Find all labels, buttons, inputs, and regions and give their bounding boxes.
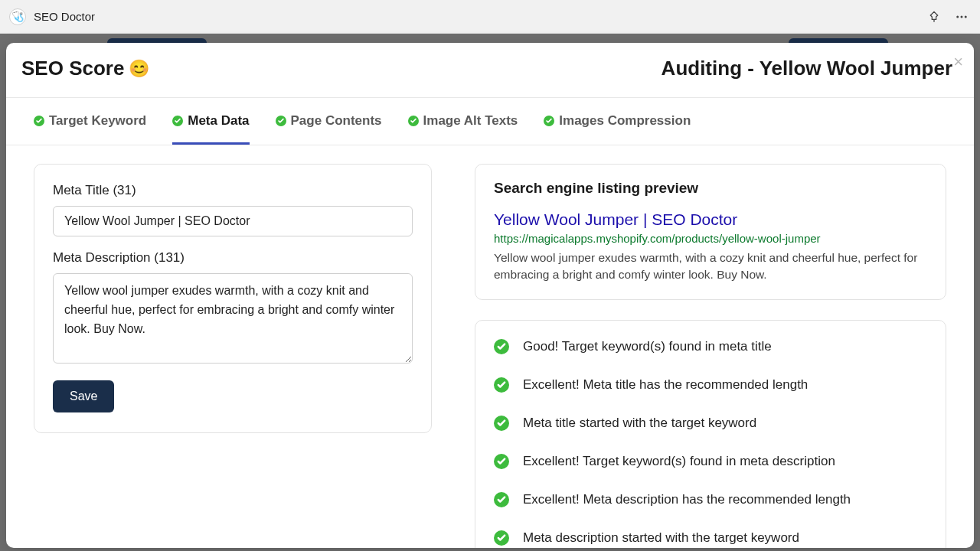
form-panel: Meta Title (31) Meta Description (131) S… — [34, 164, 432, 530]
save-button[interactable]: Save — [53, 380, 114, 412]
tab-label: Meta Data — [188, 113, 249, 129]
meta-title-input[interactable] — [53, 206, 413, 236]
tab-label: Images Compression — [559, 113, 691, 129]
check-icon — [494, 530, 509, 546]
check-text: Meta description started with the target… — [523, 530, 799, 546]
meta-form-card: Meta Title (31) Meta Description (131) S… — [34, 164, 432, 433]
svg-point-1 — [961, 15, 963, 18]
checks-card: Good! Target keyword(s) found in meta ti… — [475, 320, 946, 548]
check-text: Excellent! Meta title has the recommende… — [523, 377, 808, 393]
check-icon — [34, 116, 44, 126]
tab-meta-data[interactable]: Meta Data — [172, 98, 249, 145]
modal-header: SEO Score 😊 Auditing - Yellow Wool Jumpe… — [6, 43, 974, 98]
check-row: Meta description started with the target… — [494, 530, 927, 546]
check-text: Meta title started with the target keywo… — [523, 416, 756, 431]
tabs: Target Keyword Meta Data Page Contents I… — [6, 98, 974, 145]
check-row: Excellent! Meta title has the recommende… — [494, 377, 927, 393]
check-icon — [494, 454, 509, 469]
score-emoji: 😊 — [129, 59, 149, 79]
preview-panel: Search engine listing preview Yellow Woo… — [475, 164, 946, 530]
check-icon — [408, 116, 419, 126]
check-text: Good! Target keyword(s) found in meta ti… — [523, 339, 772, 354]
preview-description: Yellow wool jumper exudes warmth, with a… — [494, 249, 927, 282]
more-icon[interactable] — [952, 8, 971, 26]
top-bar: 🩺 SEO Doctor — [0, 0, 980, 34]
check-row: Good! Target keyword(s) found in meta ti… — [494, 339, 927, 354]
pin-icon[interactable] — [925, 8, 943, 26]
tab-label: Target Keyword — [49, 113, 146, 129]
app-logo: 🩺 — [9, 8, 26, 25]
svg-point-2 — [965, 15, 967, 18]
tab-label: Image Alt Texts — [423, 113, 518, 129]
check-icon — [494, 377, 509, 393]
preview-url: https://magicalapps.myshopify.com/produc… — [494, 232, 927, 245]
tab-images-compression[interactable]: Images Compression — [544, 98, 691, 145]
svg-point-0 — [956, 15, 959, 18]
check-icon — [544, 116, 554, 126]
meta-title-label: Meta Title (31) — [53, 183, 413, 198]
check-row: Excellent! Target keyword(s) found in me… — [494, 454, 927, 469]
tab-image-alt-texts[interactable]: Image Alt Texts — [408, 98, 518, 145]
tab-label: Page Contents — [291, 113, 382, 129]
meta-description-input[interactable] — [53, 273, 413, 364]
check-icon — [276, 116, 286, 126]
tab-target-keyword[interactable]: Target Keyword — [34, 98, 146, 145]
check-text: Excellent! Meta description has the reco… — [523, 492, 851, 507]
auditing-title: Auditing - Yellow Wool Jumper — [662, 57, 952, 80]
preview-heading: Search engine listing preview — [494, 180, 927, 197]
check-text: Excellent! Target keyword(s) found in me… — [523, 454, 835, 469]
check-icon — [494, 416, 509, 431]
score-title: SEO Score — [21, 57, 124, 80]
check-icon — [494, 492, 509, 507]
preview-title: Yellow Wool Jumper | SEO Doctor — [494, 210, 927, 229]
seo-modal: SEO Score 😊 Auditing - Yellow Wool Jumpe… — [6, 43, 974, 548]
check-icon — [172, 116, 183, 126]
app-name: SEO Doctor — [34, 10, 95, 23]
check-icon — [494, 339, 509, 354]
meta-description-label: Meta Description (131) — [53, 250, 413, 266]
check-row: Excellent! Meta description has the reco… — [494, 492, 927, 507]
close-icon[interactable]: × — [953, 54, 963, 70]
tab-page-contents[interactable]: Page Contents — [276, 98, 382, 145]
modal-body: Meta Title (31) Meta Description (131) S… — [6, 145, 974, 548]
serp-preview-card: Search engine listing preview Yellow Woo… — [475, 164, 946, 300]
check-row: Meta title started with the target keywo… — [494, 416, 927, 431]
